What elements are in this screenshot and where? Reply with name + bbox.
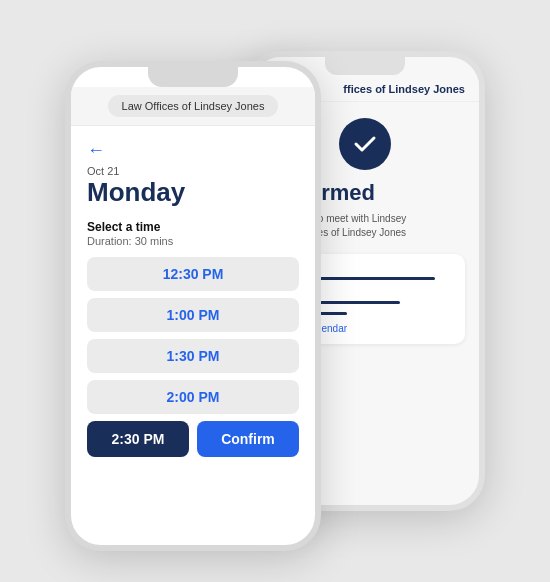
- phone-notch-front: [148, 67, 238, 87]
- date-label: Oct 21: [87, 165, 299, 177]
- scheduling-phone: Law Offices of Lindsey Jones ← Oct 21 Mo…: [65, 61, 321, 551]
- scheduling-body: ← Oct 21 Monday Select a time Duration: …: [71, 126, 315, 467]
- duration-label: Duration: 30 mins: [87, 235, 299, 247]
- time-slot-130[interactable]: 1:30 PM: [87, 339, 299, 373]
- time-slot-1230[interactable]: 12:30 PM: [87, 257, 299, 291]
- time-slot-selected-230[interactable]: 2:30 PM: [87, 421, 189, 457]
- select-time-heading: Select a time: [87, 220, 299, 234]
- back-arrow-button[interactable]: ←: [87, 140, 105, 161]
- phone-notch-back: [325, 57, 405, 75]
- day-label: Monday: [87, 177, 299, 208]
- bottom-row: 2:30 PM Confirm: [87, 421, 299, 457]
- phones-container: ffices of Lindsey Jones Confirmed Schedu…: [65, 21, 485, 561]
- office-badge: Law Offices of Lindsey Jones: [108, 95, 279, 117]
- check-icon: [351, 130, 379, 158]
- check-circle: [339, 118, 391, 170]
- back-office-name: ffices of Lindsey Jones: [343, 83, 465, 95]
- front-phone-header: Law Offices of Lindsey Jones: [71, 87, 315, 126]
- confirm-button[interactable]: Confirm: [197, 421, 299, 457]
- time-slot-100[interactable]: 1:00 PM: [87, 298, 299, 332]
- time-slot-200[interactable]: 2:00 PM: [87, 380, 299, 414]
